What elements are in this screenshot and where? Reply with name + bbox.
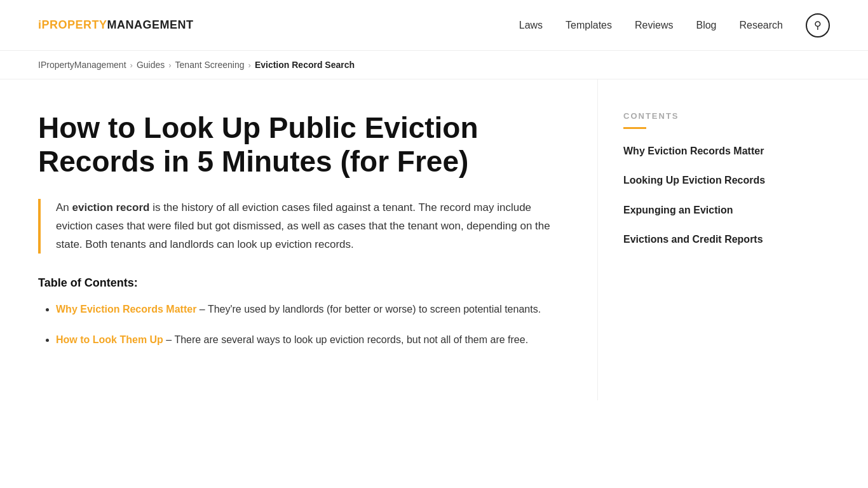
toc-item-1: Why Eviction Records Matter – They're us… [56,301,559,318]
sidebar-toc-item-4: Evictions and Credit Reports [623,233,789,247]
breadcrumb-sep-1: › [130,60,133,70]
breadcrumb-guides[interactable]: Guides [137,60,165,70]
intro-text-before: An [56,201,72,214]
sidebar-toc-link-1[interactable]: Why Eviction Records Matter [623,144,789,158]
article-toc-list: Why Eviction Records Matter – They're us… [38,301,559,348]
toc-link-how-to-look[interactable]: How to Look Them Up [56,334,163,345]
logo-management: MANAGEMENT [107,18,194,31]
sidebar-contents: CONTENTS Why Eviction Records Matter Loo… [598,79,789,400]
search-button[interactable]: ⚲ [806,13,830,37]
site-header: iPROPERTYMANAGEMENT Laws Templates Revie… [0,0,868,51]
logo-property: PROPERTY [42,18,107,31]
search-icon: ⚲ [814,19,822,31]
main-nav: Laws Templates Reviews Blog Research ⚲ [519,13,830,37]
intro-bold: eviction record [72,201,150,214]
sidebar-toc-link-3[interactable]: Expunging an Eviction [623,203,789,217]
sidebar-toc-item-2: Looking Up Eviction Records [623,173,789,187]
nav-laws[interactable]: Laws [519,20,543,31]
breadcrumb-sep-3: › [248,60,251,70]
toc-item-2: How to Look Them Up – There are several … [56,332,559,348]
site-logo[interactable]: iPROPERTYMANAGEMENT [38,18,194,32]
nav-reviews[interactable]: Reviews [635,20,673,31]
sidebar-toc-item-1: Why Eviction Records Matter [623,144,789,158]
nav-templates[interactable]: Templates [566,20,612,31]
article-content: How to Look Up Public Eviction Records i… [38,79,597,400]
article-intro: An eviction record is the history of all… [38,199,559,254]
sidebar-toc-link-2[interactable]: Looking Up Eviction Records [623,173,789,187]
toc-link-why-eviction[interactable]: Why Eviction Records Matter [56,304,196,315]
breadcrumb-sep-2: › [168,60,171,70]
sidebar-toc-list: Why Eviction Records Matter Looking Up E… [623,144,789,247]
breadcrumb: IPropertyManagement › Guides › Tenant Sc… [0,51,868,79]
toc-desc-1: – They're used by landlords (for better … [196,304,541,315]
toc-desc-2: – There are several ways to look up evic… [163,334,528,345]
main-layout: How to Look Up Public Eviction Records i… [0,79,868,400]
article-title: How to Look Up Public Eviction Records i… [38,111,559,179]
contents-bar-accent [623,127,646,129]
nav-blog[interactable]: Blog [696,20,716,31]
breadcrumb-current: Eviction Record Search [255,60,355,70]
nav-research[interactable]: Research [740,20,783,31]
breadcrumb-home[interactable]: IPropertyManagement [38,60,126,70]
contents-label: CONTENTS [623,111,789,121]
breadcrumb-tenant-screening[interactable]: Tenant Screening [175,60,245,70]
toc-heading: Table of Contents: [38,276,559,290]
sidebar-toc-item-3: Expunging an Eviction [623,203,789,217]
sidebar-toc-link-4[interactable]: Evictions and Credit Reports [623,233,789,247]
